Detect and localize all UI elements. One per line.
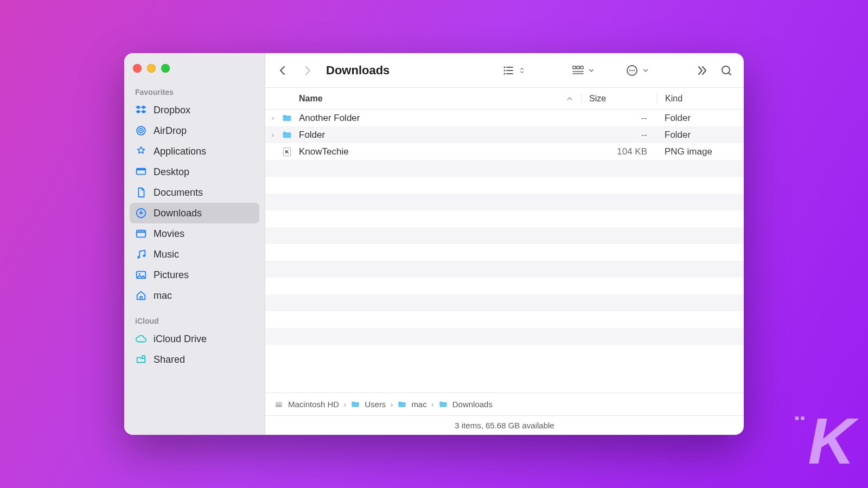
path-bar: Macintosh HD › Users › mac › Downloads — [265, 393, 744, 415]
main-pane: Downloads Name Size Kind — [265, 53, 744, 435]
zoom-window-button[interactable] — [161, 64, 170, 73]
sidebar-item-label: Documents — [154, 187, 203, 198]
sidebar-item-music[interactable]: Music — [130, 244, 259, 265]
file-name: Folder — [299, 130, 581, 140]
path-label: Macintosh HD — [288, 400, 339, 409]
back-button[interactable] — [274, 62, 291, 79]
file-row[interactable]: › Another Folder -- Folder — [265, 110, 744, 126]
chevron-right-icon: › — [431, 400, 434, 409]
window-title: Downloads — [326, 63, 390, 78]
folder-icon — [280, 130, 293, 140]
file-kind: PNG image — [657, 146, 744, 157]
watermark: ⠒K — [793, 403, 852, 478]
sidebar-item-dropbox[interactable]: Dropbox — [130, 100, 259, 120]
file-size: 104 KB — [581, 146, 657, 157]
toolbar: Downloads — [265, 53, 744, 88]
chevron-right-icon: › — [390, 400, 393, 409]
image-file-icon — [280, 146, 293, 157]
folder-icon — [438, 400, 448, 409]
folder-icon — [397, 400, 407, 409]
finder-window: Favourites Dropbox AirDrop Applications … — [124, 53, 744, 435]
close-window-button[interactable] — [133, 64, 142, 73]
file-row[interactable]: KnowTechie 104 KB PNG image — [265, 143, 744, 160]
sidebar-item-downloads[interactable]: Downloads — [130, 203, 259, 223]
movies-icon — [135, 228, 147, 240]
sidebar-item-label: Dropbox — [154, 105, 190, 116]
sidebar-item-airdrop[interactable]: AirDrop — [130, 120, 259, 141]
search-button[interactable] — [718, 62, 735, 79]
sidebar-item-label: iCloud Drive — [154, 333, 207, 345]
documents-icon — [135, 187, 147, 198]
overflow-button[interactable] — [693, 62, 710, 79]
status-bar: 3 items, 65.68 GB available — [265, 415, 744, 435]
music-icon — [135, 248, 147, 260]
file-name: KnowTechie — [299, 146, 581, 157]
applications-icon — [135, 145, 147, 157]
forward-button[interactable] — [299, 62, 316, 79]
shared-icon — [135, 354, 147, 365]
minimize-window-button[interactable] — [147, 64, 156, 73]
group-by-button[interactable] — [569, 62, 597, 79]
empty-rows — [265, 160, 744, 345]
sidebar-item-applications[interactable]: Applications — [130, 141, 259, 162]
chevron-right-icon: › — [343, 400, 346, 409]
status-text: 3 items, 65.68 GB available — [455, 421, 554, 430]
path-label: Users — [365, 400, 386, 409]
disclosure-icon[interactable]: › — [265, 114, 280, 122]
sidebar-item-label: Desktop — [154, 166, 189, 178]
file-name: Another Folder — [299, 113, 581, 124]
airdrop-icon — [135, 125, 147, 137]
sort-indicator-icon[interactable] — [558, 94, 581, 103]
sidebar-item-icloud-drive[interactable]: iCloud Drive — [130, 329, 259, 349]
sidebar-item-label: Music — [154, 249, 179, 260]
sidebar-item-label: Applications — [154, 146, 206, 157]
file-size: -- — [581, 130, 657, 140]
window-controls — [130, 61, 259, 85]
path-segment[interactable]: mac — [397, 400, 426, 409]
file-kind: Folder — [657, 113, 744, 124]
sidebar-item-label: Movies — [154, 228, 184, 240]
sidebar-item-label: Pictures — [154, 269, 189, 281]
folder-icon — [350, 400, 360, 409]
pictures-icon — [135, 269, 147, 281]
sidebar-item-desktop[interactable]: Desktop — [130, 162, 259, 182]
sidebar-item-home[interactable]: mac — [130, 285, 259, 306]
sidebar-section-favourites: Favourites — [130, 85, 259, 100]
sidebar-item-shared[interactable]: Shared — [130, 349, 259, 370]
column-header-size[interactable]: Size — [581, 94, 657, 104]
desktop-icon — [135, 166, 147, 178]
view-list-button[interactable] — [500, 62, 528, 79]
sidebar: Favourites Dropbox AirDrop Applications … — [124, 53, 265, 435]
disk-icon — [274, 400, 284, 409]
sidebar-item-label: mac — [154, 290, 172, 301]
downloads-icon — [135, 207, 147, 219]
folder-icon — [280, 113, 293, 124]
path-label: Downloads — [452, 400, 493, 409]
file-list: › Another Folder -- Folder › Folder -- F… — [265, 110, 744, 393]
icloud-icon — [135, 333, 147, 345]
sidebar-item-label: Shared — [154, 354, 185, 365]
column-header-name[interactable]: Name — [265, 94, 558, 104]
disclosure-icon[interactable]: › — [265, 131, 280, 139]
dropbox-icon — [135, 104, 147, 116]
sidebar-section-icloud: iCloud — [130, 313, 259, 329]
path-segment[interactable]: Downloads — [438, 400, 493, 409]
sidebar-item-movies[interactable]: Movies — [130, 223, 259, 244]
action-menu-button[interactable] — [623, 62, 652, 79]
column-header-kind[interactable]: Kind — [657, 94, 744, 104]
column-header-row: Name Size Kind — [265, 88, 744, 110]
sidebar-item-label: AirDrop — [154, 125, 187, 137]
path-segment[interactable]: Macintosh HD — [274, 400, 339, 409]
file-row[interactable]: › Folder -- Folder — [265, 126, 744, 143]
sidebar-item-documents[interactable]: Documents — [130, 182, 259, 203]
home-icon — [135, 290, 147, 301]
path-label: mac — [411, 400, 426, 409]
path-segment[interactable]: Users — [350, 400, 386, 409]
sidebar-item-pictures[interactable]: Pictures — [130, 265, 259, 285]
sidebar-item-label: Downloads — [154, 208, 202, 219]
file-kind: Folder — [657, 130, 744, 140]
file-size: -- — [581, 113, 657, 124]
